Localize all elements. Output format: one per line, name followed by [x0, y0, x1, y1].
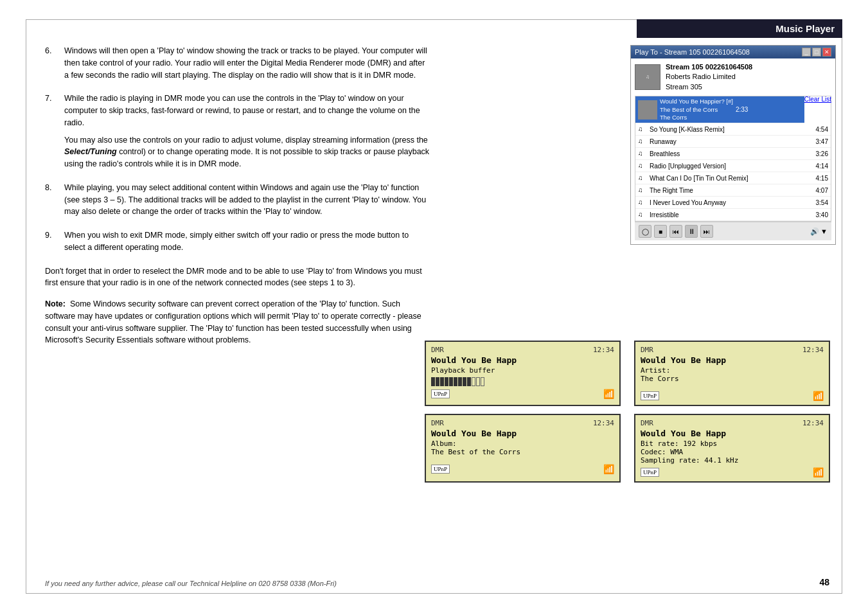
list-item-7: 7. While the radio is playing in DMR mod…: [45, 93, 430, 170]
next-button[interactable]: ⏭: [700, 225, 713, 238]
stream-info: ♫ Stream 105 002261064508 Roberts Radio …: [635, 62, 831, 92]
prog-bar-10: [472, 377, 475, 386]
list-item-6: 6. Windows will then open a 'Play to' wi…: [45, 45, 430, 81]
dmr-tech-info: Bit rate: 192 kbps Codec: WMA Sampling r…: [641, 440, 824, 465]
dmr-bitrate: Bit rate: 192 kbps: [641, 440, 824, 448]
track-name-3: Runaway: [650, 138, 813, 145]
page-border-bottom: [26, 593, 842, 594]
dmr-header-3: DMR 12:34: [431, 419, 614, 427]
clear-list-button[interactable]: Clear List: [804, 96, 831, 103]
upnp-logo-2: UPnP: [641, 391, 659, 400]
dmr-display-3: DMR 12:34 Would You Be Happ Album: The B…: [425, 414, 621, 483]
header-title: Music Player: [775, 23, 835, 34]
dmr-footer-2: UPnP 📶: [641, 391, 824, 401]
music-note-icon-2: [638, 125, 647, 134]
minimize-button[interactable]: _: [802, 48, 811, 57]
dmr-display-2: DMR 12:34 Would You Be Happ Artist: The …: [634, 341, 830, 406]
prog-bar-8: [463, 377, 466, 386]
dmr-header-1: DMR 12:34: [431, 346, 614, 354]
item-7-para-2: You may also use the controls on your ra…: [64, 134, 430, 170]
dmr-display-1: DMR 12:34 Would You Be Happ Playback buf…: [425, 341, 621, 406]
wifi-icon-4: 📶: [813, 467, 824, 477]
music-note-icon-8: [638, 198, 647, 207]
music-note-icon-6: [638, 173, 647, 182]
album-art: ♫: [635, 64, 660, 90]
section-header: Music Player: [637, 19, 842, 38]
window-buttons: _ □ ✕: [802, 48, 831, 57]
wifi-icon-3: 📶: [603, 464, 614, 474]
footer-text: If you need any further advice, please c…: [45, 580, 337, 587]
dmr-subtitle-1: Playback buffer: [431, 366, 614, 375]
dmr-time-2: 12:34: [802, 346, 824, 354]
dmr-display-4: DMR 12:34 Would You Be Happ Bit rate: 19…: [634, 414, 830, 483]
active-track-artist: The Corrs: [660, 114, 733, 121]
pause-button[interactable]: ⏸: [685, 225, 698, 238]
playlist-item-8[interactable]: I Never Loved You Anyway 3:54: [635, 197, 831, 209]
item-number-7: 7.: [45, 93, 64, 170]
item-number-8: 8.: [45, 182, 64, 218]
dmr-title-3: Would You Be Happ: [431, 429, 614, 438]
prog-bar-5: [449, 377, 453, 386]
playlist-item-7[interactable]: The Right Time 4:07: [635, 184, 831, 197]
playlist-item-active[interactable]: Would You Be Happier? [#] The Best of th…: [635, 96, 804, 123]
track-duration-4: 3:26: [816, 150, 828, 157]
prog-bar-3: [440, 377, 444, 386]
dmr-codec: Codec: WMA: [641, 448, 824, 456]
maximize-button[interactable]: □: [812, 48, 821, 57]
playlist-item-9[interactable]: Irresistible 3:40: [635, 209, 831, 221]
track-name-9: Irresistible: [650, 211, 813, 218]
track-name-2: So Young [K-Klass Remix]: [650, 126, 813, 133]
volume-arrow: ▼: [820, 227, 828, 235]
item-9-para-1: When you wish to exit DMR mode, simply e…: [64, 229, 430, 254]
prev-button[interactable]: ⏮: [669, 225, 682, 238]
item-8-para-1: While playing, you may select additional…: [64, 182, 430, 218]
dmr-progress-1: [431, 377, 614, 386]
item-number-9: 9.: [45, 229, 64, 254]
active-track-info: Would You Be Happier? [#] The Best of th…: [660, 98, 733, 121]
dmr-footer-1: UPnP 📶: [431, 389, 614, 399]
playlist-item-6[interactable]: What Can I Do [Tin Tin Out Remix] 4:15: [635, 172, 831, 184]
page-border-left: [26, 19, 26, 594]
dmr-album-info: Album: The Best of the Corrs: [431, 440, 614, 456]
dmr-title-1: Would You Be Happ: [431, 355, 614, 365]
playlist-item-5[interactable]: Radio [Unplugged Version] 4:14: [635, 160, 831, 172]
upnp-logo-4: UPnP: [641, 468, 659, 477]
page-border-right: [842, 19, 842, 594]
track-duration-9: 3:40: [816, 211, 828, 218]
active-track-art: [638, 100, 657, 120]
progress-bars-1: [431, 377, 484, 386]
track-name-7: The Right Time: [650, 187, 813, 194]
dmr-header-4: DMR 12:34: [641, 419, 824, 427]
prog-bar-1: [431, 377, 435, 386]
dmr-title-2: Would You Be Happ: [641, 355, 824, 365]
plain-para-1: Don't forget that in order to reselect t…: [45, 265, 430, 290]
dmr-artist-label: Artist: The Corrs: [641, 366, 824, 383]
track-duration-3: 3:47: [816, 138, 828, 145]
dmr-header-2: DMR 12:34: [641, 346, 824, 354]
dmr-label-1: DMR: [431, 346, 444, 354]
prog-bar-4: [445, 377, 448, 386]
track-duration-6: 4:15: [816, 175, 828, 182]
player-screenshot: Play To - Stream 105 002261064508 _ □ ✕ …: [630, 45, 836, 245]
player-body: ♫ Stream 105 002261064508 Roberts Radio …: [631, 58, 835, 244]
upnp-logo-3: UPnP: [431, 465, 450, 474]
playlist-item-4[interactable]: Breathless 3:26: [635, 148, 831, 160]
close-button[interactable]: ✕: [822, 48, 831, 57]
player-controls: ◯ ■ ⏮ ⏸ ⏭ 🔊 ▼: [635, 222, 831, 240]
repeat-button[interactable]: ◯: [639, 225, 651, 238]
playlist: Would You Be Happier? [#] The Best of th…: [635, 96, 831, 222]
music-note-icon-5: [638, 161, 647, 170]
playlist-item-2[interactable]: So Young [K-Klass Remix] 4:54: [635, 123, 831, 136]
music-note-icon-3: [638, 137, 647, 146]
player-window-title: Play To - Stream 105 002261064508: [635, 48, 750, 56]
prog-bar-12: [481, 377, 484, 386]
prog-bar-9: [467, 377, 471, 386]
dmr-label-2: DMR: [641, 346, 653, 354]
playlist-item-3[interactable]: Runaway 3:47: [635, 136, 831, 148]
stream-info-line1: Roberts Radio Limited: [666, 72, 752, 82]
player-title-bar: Play To - Stream 105 002261064508 _ □ ✕: [631, 46, 835, 58]
music-note-icon-4: [638, 149, 647, 158]
stop-button[interactable]: ■: [654, 225, 667, 238]
track-duration-7: 4:07: [816, 187, 828, 194]
wifi-icon-2: 📶: [813, 391, 824, 401]
